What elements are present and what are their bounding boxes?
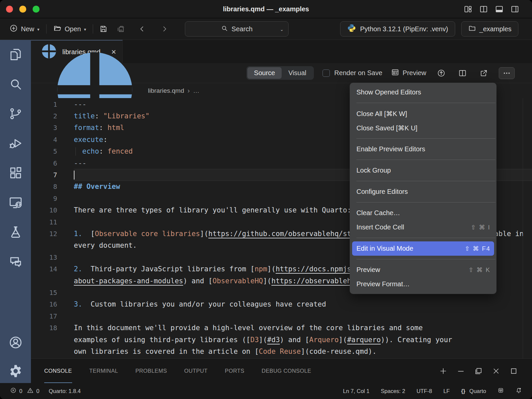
activity-bar-remote-explorer-icon[interactable] (8, 195, 23, 210)
line-number: 6 (31, 159, 57, 167)
visual-mode-button[interactable]: Visual (282, 67, 313, 79)
activity-bar-search-icon[interactable] (8, 77, 23, 91)
python-logo-icon (347, 24, 356, 34)
toggle-secondary-sidebar-icon[interactable] (510, 5, 519, 14)
panel-tab-debug-console[interactable]: DEBUG CONSOLE (262, 359, 311, 383)
activity-bar-accounts-icon[interactable] (8, 335, 23, 350)
menu-separator (356, 238, 495, 238)
menu-item-close-saved-k-u[interactable]: Close Saved [⌘K U] (350, 121, 496, 135)
project-button[interactable]: _examples (461, 21, 519, 37)
panel-close-icon[interactable] (492, 367, 500, 375)
menu-item-clear-cache[interactable]: Clear Cache… (350, 206, 496, 220)
line-number: 16 (31, 300, 57, 308)
text-cursor (74, 171, 74, 180)
menu-item-edit-in-visual-mode[interactable]: Edit in Visual Mode⇧ ⌘ F4 (352, 241, 494, 256)
breadcrumb-separator-icon: › (188, 86, 190, 94)
feedback-smiley-icon[interactable] (497, 387, 504, 395)
activity-bar-chat-icon[interactable] (8, 254, 23, 269)
breadcrumb-more[interactable]: … (193, 87, 200, 94)
eol-setting[interactable]: LF (443, 388, 450, 394)
split-editor-icon[interactable] (479, 5, 488, 14)
more-actions-button[interactable] (499, 67, 515, 79)
panel-maximize-icon[interactable] (509, 367, 518, 375)
code-line[interactable]: own libraries is covered in the article … (31, 345, 532, 357)
open-button[interactable]: Open ▾ (51, 22, 89, 36)
window-title: libraries.qmd — _examples (0, 5, 532, 13)
panel-tab-output[interactable]: OUTPUT (184, 359, 207, 383)
render-on-save-checkbox[interactable] (323, 69, 330, 77)
menu-item-configure-editors[interactable]: Configure Editors (350, 185, 496, 199)
menu-shortcut: ⇧ ⌘ F4 (465, 245, 490, 252)
line-number: 14 (31, 265, 57, 273)
split-editor-button[interactable] (456, 67, 469, 79)
panel-tab-console[interactable]: CONSOLE (44, 359, 72, 383)
render-on-save-label: Render on Save (334, 69, 382, 77)
preview-button[interactable]: Preview (391, 68, 426, 78)
global-search-input[interactable]: Search ⌄ (185, 21, 289, 37)
code-line[interactable]: examples of using third-party libraries … (31, 334, 532, 345)
encoding-setting[interactable]: UTF-8 (417, 388, 432, 394)
source-mode-button[interactable]: Source (247, 67, 282, 79)
main-toolbar: New ▾ Open ▾ Search ⌄ Python 3.12.1 (Pip… (0, 18, 532, 40)
line-number: 5 (31, 147, 57, 155)
line-number: 18 (31, 324, 57, 332)
line-number: 4 (31, 136, 57, 144)
activity-bar-source-control-icon[interactable] (8, 106, 23, 121)
indentation-setting[interactable]: Spaces: 2 (381, 388, 405, 394)
code-line[interactable]: 17 (31, 310, 532, 322)
line-number: 13 (31, 253, 57, 261)
error-icon (10, 387, 17, 395)
plus-circle-icon (9, 24, 18, 34)
menu-item-lock-group[interactable]: Lock Group (350, 163, 496, 178)
line-number: 10 (31, 206, 57, 214)
publish-button[interactable] (435, 67, 448, 79)
panel-tab-terminal[interactable]: TERMINAL (89, 359, 118, 383)
activity-bar-extensions-icon[interactable] (8, 166, 23, 180)
chevron-down-icon: ▾ (84, 27, 86, 32)
interpreter-selector[interactable]: Python 3.12.1 (PipEnv: .venv) (340, 21, 455, 37)
breadcrumb-file[interactable]: libraries.qmd (148, 87, 184, 94)
panel-tab-problems[interactable]: PROBLEMS (135, 359, 167, 383)
menu-item-preview[interactable]: Preview⇧ ⌘ K (350, 263, 496, 277)
panel-tab-ports[interactable]: PORTS (225, 359, 244, 383)
activity-bar-run-debug-icon[interactable] (8, 136, 23, 151)
forward-button[interactable] (158, 23, 171, 35)
line-number: 12 (31, 230, 57, 238)
menu-item-preview-format[interactable]: Preview Format… (350, 277, 496, 291)
menu-shortcut: ⇧ ⌘ K (468, 266, 490, 274)
panel-restore-icon[interactable] (474, 367, 483, 375)
notifications-bell-icon[interactable] (515, 387, 522, 395)
open-in-new-window-button[interactable] (477, 67, 490, 79)
cursor-position[interactable]: Ln 7, Col 1 (343, 388, 369, 394)
toggle-panel-icon[interactable] (495, 5, 504, 14)
new-button[interactable]: New ▾ (7, 22, 42, 36)
code-line[interactable]: 18In this document we'll provide a high-… (31, 322, 532, 333)
source-visual-toggle: Source Visual (246, 66, 314, 80)
save-all-button[interactable] (114, 23, 127, 35)
language-mode[interactable]: {} Quarto (461, 388, 486, 394)
save-button[interactable] (97, 23, 110, 35)
line-number: 3 (31, 124, 57, 132)
activity-bar-settings-icon[interactable] (8, 364, 23, 378)
menu-separator (356, 160, 495, 160)
code-line-content: own libraries is covered in the article … (74, 345, 532, 357)
quarto-version[interactable]: Quarto: 1.8.4 (49, 388, 80, 394)
back-button[interactable] (136, 23, 148, 35)
panel-add-icon[interactable] (439, 367, 448, 375)
activity-bar-testing-icon[interactable] (8, 225, 23, 239)
menu-item-show-opened-editors[interactable]: Show Opened Editors (350, 85, 496, 99)
editor-scrollbar[interactable] (523, 98, 523, 358)
line-number: 2 (31, 112, 57, 120)
code-line[interactable]: 163. Custom libraries you and/or your co… (31, 299, 532, 310)
customize-layout-icon[interactable] (464, 5, 472, 14)
menu-item-insert-code-cell[interactable]: Insert Code Cell⇧ ⌘ I (350, 220, 496, 234)
code-line-content: 3. Custom libraries you and/or your coll… (74, 299, 532, 310)
code-line-content (74, 310, 532, 322)
app-window: libraries.qmd — _examples New ▾ Open ▾ S… (0, 0, 532, 399)
menu-item-close-all-k-w[interactable]: Close All [⌘K W] (350, 106, 496, 121)
chevron-down-icon: ⌄ (280, 27, 284, 32)
menu-item-enable-preview-editors[interactable]: Enable Preview Editors (350, 142, 496, 156)
problems-indicator[interactable]: 0 0 (10, 387, 39, 395)
panel-minimize-icon[interactable] (457, 367, 465, 375)
activity-bar-explorer-icon[interactable] (8, 47, 23, 62)
